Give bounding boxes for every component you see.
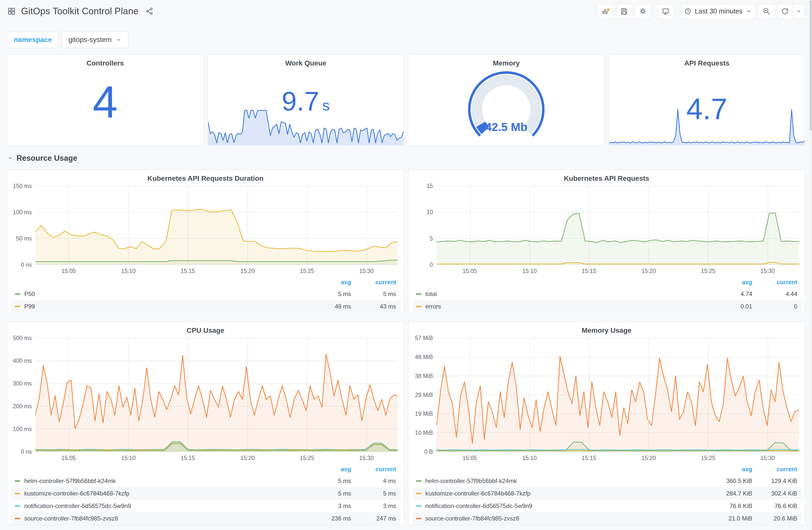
refresh-button[interactable] [777,4,793,19]
stat-unit: s [322,97,330,114]
legend-series-label[interactable]: helm-controller-57f9b56bbf-k24mk [416,477,708,485]
legend-col-current[interactable]: current [351,466,396,473]
x-tick-label: 15:15 [582,268,596,275]
row-resource-usage[interactable]: Resource Usage [7,152,805,165]
y-axis: 150 ms100 ms50 ms0 ns [9,186,35,265]
add-panel-button[interactable] [597,4,614,19]
legend-current-value: 3 ms [351,502,396,510]
legend-current-value: 4.44 [752,291,797,297]
stat-value: 4 [7,76,203,128]
legend-avg-value: 48 ms [306,303,351,310]
legend-series-label[interactable]: helm-controller-57f9b56bbf-k24mk [15,477,306,485]
dashboard-settings-button[interactable] [635,4,651,19]
row-title: Resource Usage [16,154,77,163]
x-tick-label: 15:30 [760,268,775,275]
dashboard-header: GitOps Toolkit Control Plane Last [0,0,812,23]
x-tick-label: 15:10 [121,268,135,275]
scrollbar-thumb[interactable] [810,0,812,131]
legend-row: P9948 ms43 ms [11,300,400,313]
time-range-picker[interactable]: Last 30 minutes [680,4,756,19]
legend-header: avg current [412,277,801,288]
legend-avg-value: 0.01 [707,303,752,310]
legend-row: notification-controller-6d56575dc-5w9n93… [11,500,400,512]
panel-title[interactable]: Kubernetes API Requests [408,170,805,185]
legend-current-value: 0 [752,303,797,310]
y-tick-label: 300 ms [13,380,32,387]
series-color-swatch [416,306,421,307]
legend-avg-value: 360.5 KiB [707,477,752,485]
legend-series-label[interactable]: P50 [15,291,306,297]
chevron-down-icon [7,155,14,162]
zoom-out-time-button[interactable] [758,4,774,19]
y-tick-label: 29 MiB [415,392,433,398]
panel-title[interactable]: Controllers [7,59,203,67]
legend-series-label[interactable]: P99 [15,303,306,310]
stats-row: Controllers 4 Work Queue 9.7s Memory 42.… [7,55,805,146]
y-axis: 57 MiB48 MiB38 MiB29 MiB19 MiB10 MiB0 B [410,338,436,452]
chevron-down-icon [116,37,121,43]
legend-col-avg[interactable]: avg [306,279,351,286]
legend-col-current[interactable]: current [752,279,797,286]
x-tick-label: 15:05 [61,268,76,275]
legend-col-current[interactable]: current [752,466,797,473]
series-color-swatch [416,518,421,519]
legend-series-label[interactable]: source-controller-7fb84fc985-zvsz8 [15,515,306,522]
legend-series-label[interactable]: errors [416,303,708,310]
y-tick-label: 57 MiB [415,335,433,341]
series-color-swatch [416,293,421,295]
variable-label: namespace [7,31,59,48]
y-tick-label: 150 ms [13,183,32,190]
plot-area[interactable]: 15:0515:1015:1515:2015:2515:30 [35,186,398,265]
series-color-swatch [15,493,20,494]
memory-gauge: 42.5 Mb [408,69,604,144]
x-tick-label: 15:20 [241,268,255,275]
template-variables: namespace gitops-system [7,31,805,48]
variable-value-dropdown[interactable]: gitops-system [62,31,129,48]
cycle-view-mode-button[interactable] [658,4,674,19]
plot-area[interactable]: 15:0515:1015:1515:2015:2515:30 [35,338,398,452]
panel-title[interactable]: CPU Usage [7,322,404,337]
panel-title[interactable]: API Requests [609,59,805,67]
x-tick-label: 15:25 [701,455,715,461]
legend-col-avg[interactable]: avg [306,466,351,473]
x-tick-label: 15:05 [61,455,76,461]
y-tick-label: 200 ms [13,403,32,410]
x-tick-label: 15:05 [463,455,477,461]
panel-title[interactable]: Memory Usage [408,322,805,337]
legend-avg-value: 236 ms [306,515,351,522]
panel-title[interactable]: Work Queue [208,59,404,67]
timeseries-panel: Memory Usage 57 MiB48 MiB38 MiB29 MiB19 … [408,322,805,525]
series-color-swatch [15,293,20,295]
legend-col-avg[interactable]: avg [707,279,752,286]
legend-col-current[interactable]: current [351,279,396,286]
dashboard-title: GitOps Toolkit Control Plane [21,6,139,16]
legend-series-label[interactable]: source-controller-7fb84fc985-zvsz8 [416,515,708,522]
legend-row: helm-controller-57f9b56bbf-k24mk360.5 Ki… [412,475,801,487]
legend-row: kustomize-controller-6c6784b468-7kzfp5 m… [11,487,400,500]
y-tick-label: 5 [430,235,433,242]
panel-title[interactable]: Memory [408,59,604,67]
stat-panel-api-requests: API Requests 4.7 [609,55,805,146]
x-tick-label: 15:10 [121,455,135,461]
stat-panel-controllers: Controllers 4 [7,55,203,146]
scrollbar-track[interactable] [810,0,812,530]
save-dashboard-button[interactable] [616,4,632,19]
plot-area[interactable]: 15:0515:1015:1515:2015:2515:30 [436,338,799,452]
legend-series-label[interactable]: kustomize-controller-6c6784b468-7kzfp [416,490,708,497]
legend-current-value: 247 ms [351,515,396,522]
legend-header: avg current [412,464,801,475]
legend-series-label[interactable]: notification-controller-6d56575dc-5w9n9 [416,502,708,510]
refresh-interval-dropdown[interactable] [793,4,804,19]
plot-area[interactable]: 15:0515:1015:1515:2015:2515:30 [436,186,799,265]
share-dashboard-button[interactable] [145,7,154,15]
legend-series-label[interactable]: kustomize-controller-6c6784b468-7kzfp [15,490,306,497]
legend-current-value: 43 ms [351,303,396,310]
timeseries-panel: CPU Usage 500 ms400 ms300 ms200 ms100 ms… [7,322,404,525]
legend-series-label[interactable]: notification-controller-6d56575dc-5w9n9 [15,502,306,510]
panel-title[interactable]: Kubernetes API Requests Duration [7,170,404,185]
legend-col-avg[interactable]: avg [707,466,752,473]
panels-row-1: Kubernetes API Requests Duration 150 ms1… [7,170,805,313]
x-tick-label: 15:10 [522,455,537,461]
legend-header: avg current [11,464,400,475]
legend-series-label[interactable]: total [416,291,708,297]
